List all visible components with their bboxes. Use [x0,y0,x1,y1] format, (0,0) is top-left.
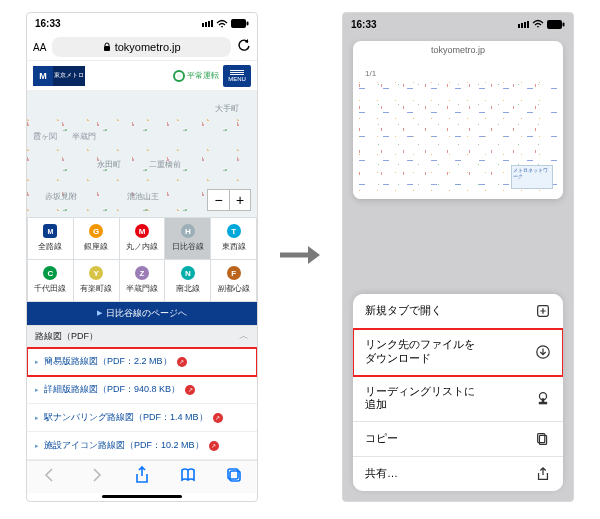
reload-button[interactable] [237,39,251,56]
context-menu-label: リンク先のファイルを ダウンロード [365,338,475,366]
zoom-in-button[interactable]: + [229,189,251,211]
battery-icon [231,19,249,28]
pdf-link-label: 駅ナンバリング路線図（PDF：1.4 MB） [44,411,208,424]
station-label: 霞ヶ関 [33,131,57,142]
svg-rect-6 [563,22,565,26]
url-field[interactable]: tokyometro.jp [52,37,231,57]
share-button[interactable] [133,466,151,488]
reload-icon [237,39,251,53]
context-menu-item[interactable]: リーディングリストに 追加 [353,376,563,423]
text-size-button[interactable]: AA [33,42,46,53]
forward-button[interactable] [87,466,105,488]
station-label: 溜池山王 [127,191,159,202]
preview-host: tokyometro.jp [353,41,563,59]
line-label: 副都心線 [218,283,250,294]
status-icons [202,19,249,29]
line-icon: C [43,266,57,280]
bullet-icon: ▸ [35,358,39,366]
bullet-icon: ▸ [35,386,39,394]
external-icon: ↗ [185,385,195,395]
line-label: 南北線 [176,283,200,294]
line-T[interactable]: T東西線 [211,218,257,260]
pdf-link-label: 簡易版路線図（PDF：2.2 MB） [44,355,172,368]
line-icon: F [227,266,241,280]
site-logo[interactable]: M 東京メトロ [33,66,85,86]
tabs-button[interactable] [225,466,243,488]
menu-button[interactable]: MENU [223,65,251,87]
pdf-link[interactable]: ▸簡易版路線図（PDF：2.2 MB）↗ [27,348,257,376]
share-icon [535,466,551,482]
home-indicator [102,495,182,498]
line-M[interactable]: M丸ノ内線 [120,218,166,260]
svg-rect-5 [547,20,562,29]
context-menu-item[interactable]: 新規タブで開く [353,294,563,329]
back-button[interactable] [41,466,59,488]
url-host: tokyometro.jp [115,41,181,53]
line-icon: Z [135,266,149,280]
line-icon: H [181,224,195,238]
preview-page-indicator: 1/1 [365,69,376,78]
book-icon [179,466,197,484]
line-page-link[interactable]: 日比谷線のページへ [27,302,257,325]
phone-right: 16:33 tokyometro.jp 1/1 メトロネットワーク 新規タブで開… [342,12,574,502]
chevron-left-icon [41,466,59,484]
line-icon: M [43,224,57,238]
context-menu-label: 共有… [365,467,398,481]
copy-icon [535,431,551,447]
arrow-right-icon [278,243,322,267]
lock-icon [103,42,111,52]
line-N[interactable]: N南北線 [165,260,211,302]
flow-arrow [278,243,322,271]
line-M[interactable]: M全路線 [28,218,74,260]
zoom-out-button[interactable]: − [207,189,229,211]
station-label: 半蔵門 [72,131,96,142]
context-menu-item[interactable]: 共有… [353,457,563,491]
preview-legend: メトロネットワーク [511,165,553,189]
svg-rect-0 [231,19,246,28]
preview-thumbnail: 1/1 メトロネットワーク [353,59,563,199]
phone-left: 16:33 AA tokyometro.jp M 東京メトロ 平常運転 [26,12,258,502]
context-menu-item[interactable]: リンク先のファイルを ダウンロード [353,329,563,376]
status-time: 16:33 [351,19,377,30]
tabs-icon [225,466,243,484]
context-menu-item[interactable]: コピー [353,422,563,457]
menu-label: MENU [228,76,246,82]
bookmarks-button[interactable] [179,466,197,488]
pdf-section-header[interactable]: 路線図（PDF） ︿ [27,325,257,348]
status-bar: 16:33 [343,13,573,35]
line-H[interactable]: H日比谷線 [165,218,211,260]
line-Y[interactable]: Y有楽町線 [74,260,120,302]
logo-mark: M [33,66,53,86]
line-icon: G [89,224,103,238]
chevron-right-icon [87,466,105,484]
pdf-link[interactable]: ▸施設アイコン路線図（PDF：10.2 MB）↗ [27,432,257,460]
station-label: 永田町 [97,159,121,170]
operation-status[interactable]: 平常運転 [173,70,219,82]
svg-rect-1 [247,22,249,26]
line-G[interactable]: G銀座線 [74,218,120,260]
pdf-list: ▸簡易版路線図（PDF：2.2 MB）↗▸詳細版路線図（PDF：940.8 KB… [27,348,257,460]
route-map[interactable]: 大手町 半蔵門 永田町 二重橋前 赤坂見附 溜池山王 霞ヶ関 − + [27,91,257,217]
pdf-link[interactable]: ▸詳細版路線図（PDF：940.8 KB）↗ [27,376,257,404]
signal-icon [518,21,529,28]
status-icons [518,19,565,29]
signal-icon [202,20,213,27]
pdf-link[interactable]: ▸駅ナンバリング路線図（PDF：1.4 MB）↗ [27,404,257,432]
line-label: 丸ノ内線 [126,241,158,252]
wifi-icon [532,19,544,29]
safari-toolbar [27,460,257,493]
line-Z[interactable]: Z半蔵門線 [120,260,166,302]
pdf-link-label: 詳細版路線図（PDF：940.8 KB） [44,383,180,396]
bullet-icon: ▸ [35,442,39,450]
pdf-link-label: 施設アイコン路線図（PDF：10.2 MB） [44,439,204,452]
link-preview-card[interactable]: tokyometro.jp 1/1 メトロネットワーク [353,41,563,199]
line-label: 半蔵門線 [126,283,158,294]
safari-address-bar: AA tokyometro.jp [27,34,257,61]
context-menu: 新規タブで開くリンク先のファイルを ダウンロードリーディングリストに 追加コピー… [353,294,563,491]
line-icon: M [135,224,149,238]
line-selector-grid: M全路線G銀座線M丸ノ内線H日比谷線T東西線C千代田線Y有楽町線Z半蔵門線N南北… [27,217,257,302]
line-C[interactable]: C千代田線 [28,260,74,302]
station-label: 赤坂見附 [45,191,77,202]
svg-rect-11 [539,403,546,404]
line-F[interactable]: F副都心線 [211,260,257,302]
